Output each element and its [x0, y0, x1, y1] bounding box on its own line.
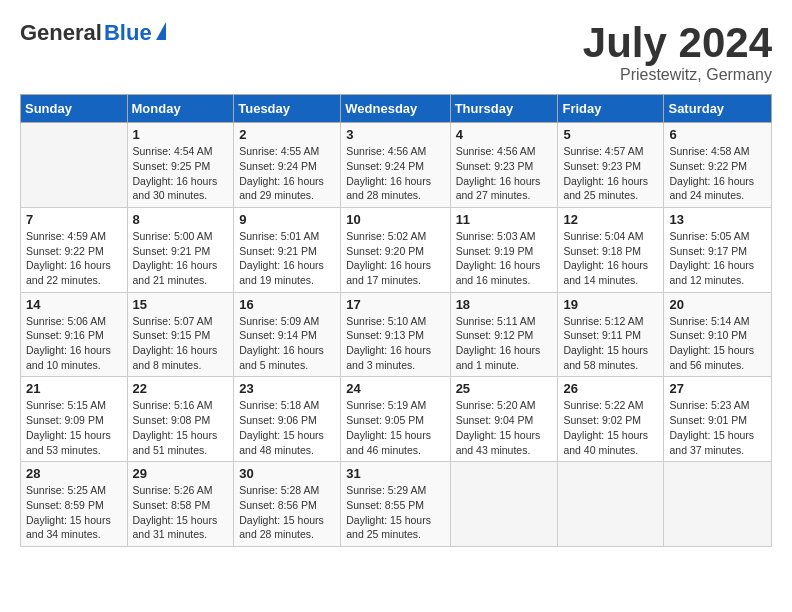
logo-general-text: General	[20, 20, 102, 46]
day-number: 15	[133, 297, 229, 312]
day-number: 7	[26, 212, 122, 227]
calendar-cell: 13Sunrise: 5:05 AM Sunset: 9:17 PM Dayli…	[664, 207, 772, 292]
day-info: Sunrise: 5:12 AM Sunset: 9:11 PM Dayligh…	[563, 314, 658, 373]
day-info: Sunrise: 5:11 AM Sunset: 9:12 PM Dayligh…	[456, 314, 553, 373]
calendar-cell: 22Sunrise: 5:16 AM Sunset: 9:08 PM Dayli…	[127, 377, 234, 462]
day-info: Sunrise: 5:22 AM Sunset: 9:02 PM Dayligh…	[563, 398, 658, 457]
day-number: 18	[456, 297, 553, 312]
calendar-title: July 2024	[583, 20, 772, 66]
day-info: Sunrise: 4:54 AM Sunset: 9:25 PM Dayligh…	[133, 144, 229, 203]
day-number: 31	[346, 466, 444, 481]
day-number: 16	[239, 297, 335, 312]
calendar-cell: 25Sunrise: 5:20 AM Sunset: 9:04 PM Dayli…	[450, 377, 558, 462]
day-number: 26	[563, 381, 658, 396]
day-info: Sunrise: 4:59 AM Sunset: 9:22 PM Dayligh…	[26, 229, 122, 288]
calendar-week-row: 14Sunrise: 5:06 AM Sunset: 9:16 PM Dayli…	[21, 292, 772, 377]
calendar-week-row: 28Sunrise: 5:25 AM Sunset: 8:59 PM Dayli…	[21, 462, 772, 547]
day-info: Sunrise: 5:15 AM Sunset: 9:09 PM Dayligh…	[26, 398, 122, 457]
day-info: Sunrise: 5:26 AM Sunset: 8:58 PM Dayligh…	[133, 483, 229, 542]
day-info: Sunrise: 4:55 AM Sunset: 9:24 PM Dayligh…	[239, 144, 335, 203]
day-number: 23	[239, 381, 335, 396]
title-block: July 2024 Priestewitz, Germany	[583, 20, 772, 84]
day-number: 13	[669, 212, 766, 227]
calendar-cell: 6Sunrise: 4:58 AM Sunset: 9:22 PM Daylig…	[664, 123, 772, 208]
day-info: Sunrise: 5:29 AM Sunset: 8:55 PM Dayligh…	[346, 483, 444, 542]
calendar-cell: 3Sunrise: 4:56 AM Sunset: 9:24 PM Daylig…	[341, 123, 450, 208]
day-number: 29	[133, 466, 229, 481]
calendar-cell: 5Sunrise: 4:57 AM Sunset: 9:23 PM Daylig…	[558, 123, 664, 208]
day-number: 24	[346, 381, 444, 396]
calendar-cell: 27Sunrise: 5:23 AM Sunset: 9:01 PM Dayli…	[664, 377, 772, 462]
calendar-week-row: 7Sunrise: 4:59 AM Sunset: 9:22 PM Daylig…	[21, 207, 772, 292]
day-number: 22	[133, 381, 229, 396]
calendar-cell: 11Sunrise: 5:03 AM Sunset: 9:19 PM Dayli…	[450, 207, 558, 292]
day-info: Sunrise: 5:25 AM Sunset: 8:59 PM Dayligh…	[26, 483, 122, 542]
calendar-cell: 21Sunrise: 5:15 AM Sunset: 9:09 PM Dayli…	[21, 377, 128, 462]
day-number: 17	[346, 297, 444, 312]
day-info: Sunrise: 4:56 AM Sunset: 9:24 PM Dayligh…	[346, 144, 444, 203]
calendar-cell: 24Sunrise: 5:19 AM Sunset: 9:05 PM Dayli…	[341, 377, 450, 462]
calendar-cell: 23Sunrise: 5:18 AM Sunset: 9:06 PM Dayli…	[234, 377, 341, 462]
day-info: Sunrise: 5:03 AM Sunset: 9:19 PM Dayligh…	[456, 229, 553, 288]
calendar-cell	[21, 123, 128, 208]
calendar-cell: 14Sunrise: 5:06 AM Sunset: 9:16 PM Dayli…	[21, 292, 128, 377]
day-number: 2	[239, 127, 335, 142]
day-info: Sunrise: 5:02 AM Sunset: 9:20 PM Dayligh…	[346, 229, 444, 288]
calendar-cell: 7Sunrise: 4:59 AM Sunset: 9:22 PM Daylig…	[21, 207, 128, 292]
column-header-tuesday: Tuesday	[234, 95, 341, 123]
calendar-cell: 30Sunrise: 5:28 AM Sunset: 8:56 PM Dayli…	[234, 462, 341, 547]
day-info: Sunrise: 5:06 AM Sunset: 9:16 PM Dayligh…	[26, 314, 122, 373]
day-number: 20	[669, 297, 766, 312]
calendar-cell: 16Sunrise: 5:09 AM Sunset: 9:14 PM Dayli…	[234, 292, 341, 377]
day-info: Sunrise: 4:56 AM Sunset: 9:23 PM Dayligh…	[456, 144, 553, 203]
day-number: 3	[346, 127, 444, 142]
day-number: 14	[26, 297, 122, 312]
calendar-cell: 10Sunrise: 5:02 AM Sunset: 9:20 PM Dayli…	[341, 207, 450, 292]
day-info: Sunrise: 5:28 AM Sunset: 8:56 PM Dayligh…	[239, 483, 335, 542]
day-number: 19	[563, 297, 658, 312]
calendar-cell: 20Sunrise: 5:14 AM Sunset: 9:10 PM Dayli…	[664, 292, 772, 377]
day-number: 4	[456, 127, 553, 142]
logo-blue-text: Blue	[104, 20, 152, 46]
calendar-cell: 18Sunrise: 5:11 AM Sunset: 9:12 PM Dayli…	[450, 292, 558, 377]
day-info: Sunrise: 5:16 AM Sunset: 9:08 PM Dayligh…	[133, 398, 229, 457]
day-info: Sunrise: 5:23 AM Sunset: 9:01 PM Dayligh…	[669, 398, 766, 457]
day-number: 25	[456, 381, 553, 396]
calendar-cell: 28Sunrise: 5:25 AM Sunset: 8:59 PM Dayli…	[21, 462, 128, 547]
day-number: 1	[133, 127, 229, 142]
calendar-cell: 4Sunrise: 4:56 AM Sunset: 9:23 PM Daylig…	[450, 123, 558, 208]
day-number: 10	[346, 212, 444, 227]
day-info: Sunrise: 5:00 AM Sunset: 9:21 PM Dayligh…	[133, 229, 229, 288]
calendar-cell: 19Sunrise: 5:12 AM Sunset: 9:11 PM Dayli…	[558, 292, 664, 377]
day-info: Sunrise: 5:01 AM Sunset: 9:21 PM Dayligh…	[239, 229, 335, 288]
column-header-wednesday: Wednesday	[341, 95, 450, 123]
day-number: 12	[563, 212, 658, 227]
calendar-cell: 8Sunrise: 5:00 AM Sunset: 9:21 PM Daylig…	[127, 207, 234, 292]
calendar-cell	[664, 462, 772, 547]
calendar-cell: 9Sunrise: 5:01 AM Sunset: 9:21 PM Daylig…	[234, 207, 341, 292]
calendar-cell: 26Sunrise: 5:22 AM Sunset: 9:02 PM Dayli…	[558, 377, 664, 462]
column-header-monday: Monday	[127, 95, 234, 123]
calendar-cell: 29Sunrise: 5:26 AM Sunset: 8:58 PM Dayli…	[127, 462, 234, 547]
column-header-sunday: Sunday	[21, 95, 128, 123]
day-info: Sunrise: 5:04 AM Sunset: 9:18 PM Dayligh…	[563, 229, 658, 288]
day-info: Sunrise: 4:57 AM Sunset: 9:23 PM Dayligh…	[563, 144, 658, 203]
calendar-table: SundayMondayTuesdayWednesdayThursdayFrid…	[20, 94, 772, 547]
calendar-cell: 12Sunrise: 5:04 AM Sunset: 9:18 PM Dayli…	[558, 207, 664, 292]
calendar-cell: 31Sunrise: 5:29 AM Sunset: 8:55 PM Dayli…	[341, 462, 450, 547]
day-number: 5	[563, 127, 658, 142]
day-number: 27	[669, 381, 766, 396]
day-info: Sunrise: 5:05 AM Sunset: 9:17 PM Dayligh…	[669, 229, 766, 288]
day-info: Sunrise: 5:18 AM Sunset: 9:06 PM Dayligh…	[239, 398, 335, 457]
day-number: 8	[133, 212, 229, 227]
logo: General Blue	[20, 20, 166, 46]
day-info: Sunrise: 5:20 AM Sunset: 9:04 PM Dayligh…	[456, 398, 553, 457]
calendar-cell	[450, 462, 558, 547]
calendar-cell	[558, 462, 664, 547]
calendar-cell: 1Sunrise: 4:54 AM Sunset: 9:25 PM Daylig…	[127, 123, 234, 208]
column-header-friday: Friday	[558, 95, 664, 123]
column-header-saturday: Saturday	[664, 95, 772, 123]
calendar-location: Priestewitz, Germany	[583, 66, 772, 84]
calendar-cell: 15Sunrise: 5:07 AM Sunset: 9:15 PM Dayli…	[127, 292, 234, 377]
calendar-week-row: 1Sunrise: 4:54 AM Sunset: 9:25 PM Daylig…	[21, 123, 772, 208]
